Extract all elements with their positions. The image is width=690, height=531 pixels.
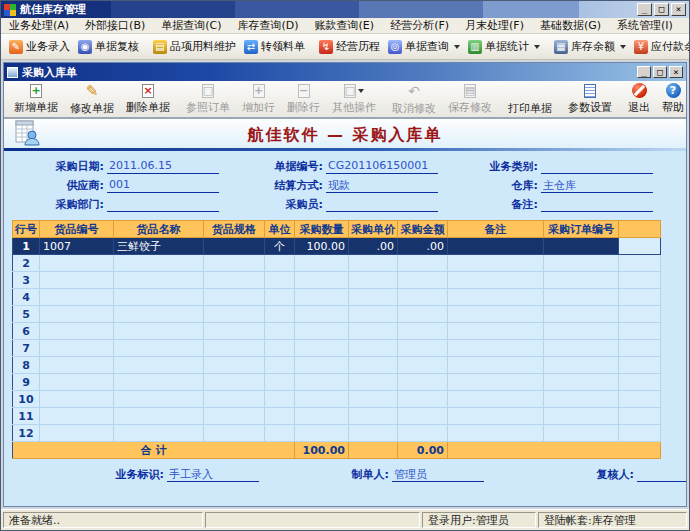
- grid-cell[interactable]: [114, 425, 204, 442]
- grid-cell[interactable]: 4: [13, 289, 40, 306]
- field-value[interactable]: [107, 197, 219, 212]
- grid-cell[interactable]: [204, 289, 265, 306]
- grid-cell[interactable]: [40, 340, 114, 357]
- doc-minimize-button[interactable]: _: [637, 66, 651, 78]
- grid-cell[interactable]: [448, 340, 544, 357]
- grid-cell[interactable]: [40, 374, 114, 391]
- field-value[interactable]: 主仓库: [541, 178, 653, 193]
- grid-cell[interactable]: [204, 340, 265, 357]
- grid-cell[interactable]: [349, 306, 398, 323]
- grid-cell[interactable]: [398, 340, 448, 357]
- grid-cell[interactable]: [114, 340, 204, 357]
- grid-cell[interactable]: [349, 357, 398, 374]
- grid-cell[interactable]: [544, 306, 619, 323]
- grid-cell[interactable]: [265, 425, 295, 442]
- grid-cell[interactable]: [619, 238, 661, 255]
- grid-row[interactable]: 5: [13, 306, 661, 323]
- grid-cell[interactable]: [544, 425, 619, 442]
- grid-cell[interactable]: [619, 425, 661, 442]
- grid-cell[interactable]: [448, 255, 544, 272]
- grid-cell[interactable]: [114, 255, 204, 272]
- grid-cell[interactable]: [265, 306, 295, 323]
- toolbar-button-entry[interactable]: ✎业务录入: [5, 37, 74, 56]
- doc-maximize-button[interactable]: □: [653, 66, 667, 78]
- grid-cell[interactable]: [544, 340, 619, 357]
- grid-cell[interactable]: [204, 306, 265, 323]
- grid-cell[interactable]: [619, 374, 661, 391]
- grid-cell[interactable]: [114, 408, 204, 425]
- grid-cell[interactable]: 9: [13, 374, 40, 391]
- grid-cell[interactable]: [448, 306, 544, 323]
- grid-cell[interactable]: [619, 323, 661, 340]
- toolbar-button-materials[interactable]: ▤品项用料维护: [149, 37, 240, 56]
- menu-item[interactable]: 月末处理(F): [457, 17, 532, 34]
- grid-cell[interactable]: [398, 357, 448, 374]
- grid-cell[interactable]: [448, 408, 544, 425]
- grid-cell[interactable]: [349, 391, 398, 408]
- doc-button-pencil[interactable]: ✎修改单据: [64, 82, 120, 117]
- field-value[interactable]: [326, 197, 438, 212]
- toolbar-button-transfer[interactable]: ⇄转领料单: [240, 37, 309, 56]
- grid-cell[interactable]: [349, 323, 398, 340]
- field-value[interactable]: 001: [107, 178, 219, 193]
- minimize-button[interactable]: _: [637, 3, 652, 16]
- grid-cell[interactable]: [398, 272, 448, 289]
- menu-item[interactable]: 外部接口(B): [77, 17, 153, 34]
- doc-button-printer[interactable]: 打印单据: [502, 82, 558, 117]
- grid-cell[interactable]: [40, 323, 114, 340]
- grid-cell[interactable]: 个: [265, 238, 295, 255]
- toolbar-button-stats[interactable]: ▥单据统计: [464, 37, 544, 56]
- grid-cell[interactable]: [544, 255, 619, 272]
- close-button[interactable]: ×: [671, 3, 686, 16]
- grid-cell[interactable]: [398, 391, 448, 408]
- grid-cell[interactable]: [349, 272, 398, 289]
- grid-cell[interactable]: [295, 374, 349, 391]
- grid-cell[interactable]: [349, 340, 398, 357]
- grid-row[interactable]: 12: [13, 425, 661, 442]
- menu-item[interactable]: 业务处理(A): [1, 17, 77, 34]
- grid-cell[interactable]: 7: [13, 340, 40, 357]
- grid-cell[interactable]: [204, 238, 265, 255]
- grid-cell[interactable]: [204, 272, 265, 289]
- grid-cell[interactable]: [40, 306, 114, 323]
- grid-cell[interactable]: [265, 391, 295, 408]
- grid-cell[interactable]: [265, 357, 295, 374]
- grid-cell[interactable]: [295, 425, 349, 442]
- grid-cell[interactable]: [295, 255, 349, 272]
- grid-cell[interactable]: [295, 357, 349, 374]
- grid-cell[interactable]: [544, 357, 619, 374]
- grid-cell[interactable]: [398, 374, 448, 391]
- toolbar-button-review[interactable]: ◉单据复核: [74, 37, 143, 56]
- grid-cell[interactable]: [295, 340, 349, 357]
- grid-cell[interactable]: 11: [13, 408, 40, 425]
- grid-cell[interactable]: [114, 391, 204, 408]
- grid-cell[interactable]: [619, 408, 661, 425]
- menu-item[interactable]: 系统管理(I): [609, 17, 681, 34]
- grid-cell[interactable]: [448, 238, 544, 255]
- field-value[interactable]: [541, 159, 653, 174]
- grid-cell[interactable]: [544, 272, 619, 289]
- grid-cell[interactable]: [295, 306, 349, 323]
- doc-button-doc-delete[interactable]: ×删除单据: [120, 83, 176, 116]
- grid-cell[interactable]: [295, 408, 349, 425]
- grid-cell[interactable]: [40, 255, 114, 272]
- grid-cell[interactable]: [295, 323, 349, 340]
- grid-cell[interactable]: 6: [13, 323, 40, 340]
- doc-button-settings[interactable]: 参数设置: [562, 83, 618, 116]
- grid-cell[interactable]: [448, 289, 544, 306]
- grid-row[interactable]: 9: [13, 374, 661, 391]
- grid-cell[interactable]: [114, 306, 204, 323]
- grid-cell[interactable]: [349, 255, 398, 272]
- toolbar-button-query[interactable]: ◎单据查询: [384, 37, 464, 56]
- grid-row[interactable]: 6: [13, 323, 661, 340]
- grid-cell[interactable]: 3: [13, 272, 40, 289]
- grid-cell[interactable]: [265, 272, 295, 289]
- field-value[interactable]: [637, 467, 687, 482]
- grid-cell[interactable]: [544, 289, 619, 306]
- grid-cell[interactable]: [448, 323, 544, 340]
- grid-cell[interactable]: 1: [13, 238, 40, 255]
- doc-button-exit[interactable]: 退出: [622, 82, 656, 116]
- grid-cell[interactable]: [349, 408, 398, 425]
- doc-button-help[interactable]: ?帮助: [656, 82, 687, 116]
- field-value[interactable]: 管理员: [392, 467, 484, 482]
